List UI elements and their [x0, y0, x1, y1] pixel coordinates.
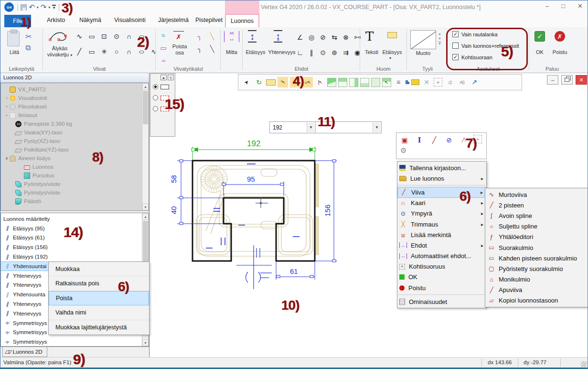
menu-item[interactable]: txtLisää merkintä: [397, 229, 486, 240]
radio-selected-icon[interactable]: [153, 84, 158, 89]
submenu-item[interactable]: ▭Suorakulmio: [485, 242, 588, 253]
region-select-icon[interactable]: +: [473, 135, 482, 143]
close-button[interactable]: ✕: [577, 2, 583, 10]
gear-icon[interactable]: ⚙: [396, 145, 486, 155]
undo-dropdown-icon[interactable]: ▾: [37, 5, 39, 10]
view-front-icon[interactable]: [338, 78, 347, 87]
grid-toggle-icon[interactable]: +: [434, 78, 442, 87]
tree-item[interactable]: Vaaka(XY)-taso: [1, 128, 149, 137]
snap-line-icon[interactable]: ∕↖: [290, 77, 300, 87]
style-scroll-up-icon[interactable]: ▲: [438, 32, 441, 35]
tab-luonnos-active[interactable]: Luonnos: [225, 14, 259, 27]
constraint-item[interactable]: ∥Etäisyys (192): [1, 252, 149, 261]
tree-item[interactable]: 10Painopiste 2.360 kg: [1, 119, 149, 128]
tree-item[interactable]: Pyöristys/viiste: [1, 180, 149, 188]
tab-nakyma[interactable]: Näkymä: [79, 17, 101, 23]
measure-ruler-icon[interactable]: [266, 79, 276, 86]
view-solid-icon[interactable]: [371, 78, 380, 87]
mitta-icon[interactable]: 45 ↔: [224, 31, 239, 42]
constraint-item[interactable]: ∥Etäisyys (61): [1, 233, 149, 243]
constraint-item[interactable]: ∥Etäisyys (95): [1, 224, 149, 233]
poistu-label[interactable]: Poistu: [549, 49, 571, 55]
insert-below-icon[interactable]: ↓▯: [444, 77, 455, 87]
ok-button[interactable]: ✓: [535, 31, 545, 42]
query-line-icon[interactable]: ╱?: [459, 135, 469, 145]
huom-etaisyys-icon[interactable]: [387, 32, 397, 38]
line-2point-tool-icon[interactable]: ╱: [74, 46, 85, 57]
menu-item[interactable]: ╱Viiva▸: [397, 187, 486, 197]
mode-option-3[interactable]: ┄: [150, 103, 175, 114]
undo-icon[interactable]: ↶: [29, 3, 35, 11]
view-iso-icon[interactable]: [327, 78, 336, 87]
checkbox-vain-luonnos-referenssit[interactable]: [452, 43, 459, 49]
submenu-item[interactable]: ╱2 pisteen: [485, 200, 588, 210]
dim-156[interactable]: 156: [323, 205, 331, 217]
mode-option-1[interactable]: [150, 81, 175, 92]
radio-icon[interactable]: [153, 95, 158, 100]
concentric-lock-constraint-icon[interactable]: ◉: [352, 47, 363, 58]
tab-file[interactable]: File: [4, 15, 31, 27]
menu-item[interactable]: +Kohtisuoruus: [397, 261, 486, 272]
combo-dropdown-icon[interactable]: ▼: [373, 122, 381, 132]
mdi-minimize-button[interactable]: –: [547, 75, 558, 85]
cut-icon[interactable]: ✂: [25, 32, 32, 41]
customize-toolbar-icon[interactable]: ▼: [52, 5, 56, 10]
offset-rect-icon[interactable]: ▭: [158, 43, 169, 53]
dim-40[interactable]: 40: [170, 206, 178, 214]
tree-item[interactable]: ›Visualisointi: [1, 94, 149, 102]
dim-192[interactable]: 192: [247, 139, 260, 148]
mode-option-2[interactable]: [150, 92, 175, 103]
paste-label[interactable]: Liitä: [7, 49, 21, 55]
maximize-button[interactable]: □: [561, 2, 565, 10]
parallel-constraint-icon[interactable]: ∥: [306, 47, 317, 58]
submenu-item[interactable]: ▢Pyöristetty suorakulmio: [485, 263, 588, 274]
panel-collapse-icon[interactable]: ▲: [160, 75, 167, 80]
etaisyys-constraint-icon[interactable]: ↕: [248, 30, 257, 43]
expander-icon[interactable]: ›: [4, 113, 10, 118]
scroll-up-icon[interactable]: ▲: [142, 83, 149, 90]
smart-polyline-icon[interactable]: [48, 30, 70, 43]
rectangle-2point-tool-icon[interactable]: ▭: [86, 46, 97, 57]
diameter-constraint-icon[interactable]: ⊘: [318, 32, 328, 43]
diameter-probe-icon[interactable]: ⊘: [444, 135, 454, 145]
fit-view-icon[interactable]: ↗: [469, 77, 480, 87]
dim-95[interactable]: 95: [247, 175, 255, 183]
scrollbar-thumb[interactable]: [143, 91, 148, 124]
submenu-item[interactable]: ∫Avoin spline: [485, 210, 588, 221]
huom-etaisyys-dropdown-icon[interactable]: ▾: [389, 56, 391, 60]
tree-item[interactable]: ›Piirustukset: [1, 102, 149, 111]
mdi-close-button[interactable]: ✕: [576, 75, 587, 85]
scrollbar-thumb[interactable]: [143, 221, 148, 264]
spline-chain-icon[interactable]: ∿: [74, 31, 85, 42]
app-logo-icon[interactable]: G4: [4, 2, 14, 12]
copy-icon[interactable]: ⧉: [25, 43, 31, 52]
muoto-shape-button[interactable]: [410, 30, 436, 49]
select-face-icon[interactable]: ↖: [382, 78, 391, 87]
tab-arkisto[interactable]: Arkisto: [47, 17, 65, 23]
menu-item[interactable]: Vaihda nimi: [49, 305, 149, 320]
tree-item[interactable]: Pursotus: [1, 171, 149, 180]
constraint-item[interactable]: ∥Etäisyys (156): [1, 242, 149, 252]
tree-item[interactable]: ∨Aineen lisäys: [1, 154, 149, 163]
circle-tool-icon[interactable]: ○: [111, 46, 122, 57]
menu-item[interactable]: ╳Trimmaus▸: [397, 219, 486, 229]
minimize-button[interactable]: –: [545, 2, 549, 10]
rectangle-tool-icon[interactable]: ▭: [86, 31, 97, 42]
menu-item[interactable]: ∩Kaari▸: [397, 198, 486, 208]
fillet-corner-2-icon[interactable]: ╮: [194, 43, 205, 54]
submenu-item[interactable]: ○Suljettu spline: [485, 221, 588, 232]
smart-polyline-label[interactable]: Älykäs viivaketju ▾: [44, 45, 75, 58]
submenu-item[interactable]: ╱Apuviiva: [485, 285, 588, 295]
menu-item[interactable]: ⊙Ympyrä▸: [397, 208, 486, 219]
expander-icon[interactable]: ∨: [4, 156, 10, 161]
save-icon[interactable]: [21, 4, 27, 11]
view-side-icon[interactable]: [349, 78, 358, 87]
poistu-button[interactable]: ✗: [555, 31, 565, 42]
arc-3point-tool-icon[interactable]: ∩: [124, 31, 134, 42]
fillet-corner-icon[interactable]: ╮: [194, 31, 205, 42]
checkbox-kohtisuoraan[interactable]: ✓: [452, 54, 459, 60]
rotate-view-icon[interactable]: ↻: [254, 77, 264, 87]
dimension-name-combo[interactable]: ▼: [316, 122, 381, 133]
ellipse-tool-icon[interactable]: ○: [134, 46, 150, 57]
style-scroll-down-icon[interactable]: ▼: [438, 37, 441, 40]
